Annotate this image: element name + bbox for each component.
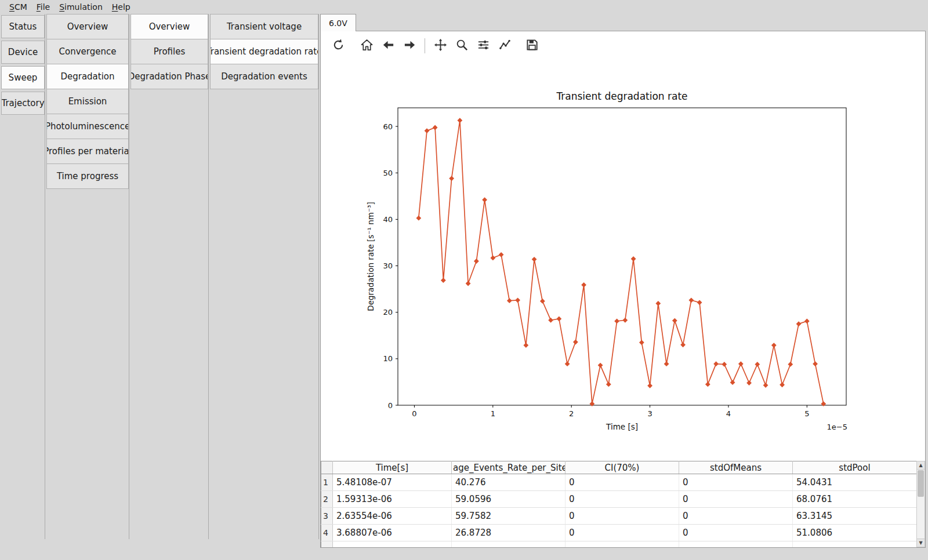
table-cell[interactable]: 0 bbox=[566, 525, 679, 541]
row-number: 3 bbox=[321, 508, 333, 525]
table-cell[interactable]: 5.48108e-07 bbox=[333, 474, 452, 491]
table-cell[interactable]: 0 bbox=[566, 508, 679, 525]
tab-overview[interactable]: Overview bbox=[130, 14, 208, 39]
table-cell[interactable]: 59.7582 bbox=[452, 508, 566, 525]
table-cell[interactable]: 2.63554e-06 bbox=[333, 508, 452, 525]
menu-scm[interactable]: SCM bbox=[5, 2, 32, 12]
save-icon bbox=[525, 38, 539, 54]
table-row: 15.48108e-0740.2760054.0431 bbox=[321, 474, 917, 491]
tab-trajectory[interactable]: Trajectory bbox=[1, 92, 45, 115]
table-cell[interactable]: 40.276 bbox=[452, 474, 566, 491]
subplots-button[interactable] bbox=[475, 38, 491, 54]
menu-file[interactable]: File bbox=[32, 2, 55, 12]
svg-text:5: 5 bbox=[804, 409, 809, 418]
table-cell[interactable]: 54.0431 bbox=[793, 474, 917, 491]
column-header-stdpool[interactable]: stdPool bbox=[793, 461, 917, 474]
svg-text:1e−5: 1e−5 bbox=[827, 423, 847, 431]
svg-text:3: 3 bbox=[647, 409, 652, 418]
zoom-icon bbox=[455, 38, 469, 54]
tab-overview[interactable]: Overview bbox=[46, 14, 129, 39]
svg-text:60: 60 bbox=[383, 122, 393, 131]
row-number: 2 bbox=[321, 491, 333, 508]
svg-text:4: 4 bbox=[726, 409, 731, 418]
tab-profiles-per-material[interactable]: Profiles per material bbox=[46, 139, 129, 164]
save-button[interactable] bbox=[524, 38, 540, 54]
home-icon bbox=[360, 38, 374, 54]
table-cell[interactable]: 0 bbox=[679, 491, 793, 508]
menu-help[interactable]: Help bbox=[107, 2, 135, 12]
tab-degradation[interactable]: Degradation bbox=[46, 64, 129, 89]
tab-emission[interactable]: Emission bbox=[46, 89, 129, 114]
tab-device[interactable]: Device bbox=[1, 41, 45, 64]
svg-text:50: 50 bbox=[383, 169, 393, 177]
column-header-age-events-rate-per-site-s[interactable]: age_Events_Rate_per_Site_[s bbox=[452, 461, 566, 474]
pan-icon bbox=[434, 38, 447, 54]
toolbar-separator bbox=[425, 38, 425, 53]
degradation-chart[interactable]: Transient degradation rate01234501020304… bbox=[321, 60, 925, 460]
table-cell[interactable]: 3.68807e-06 bbox=[333, 525, 452, 541]
table-scrollbar[interactable]: ▲ ▼ bbox=[916, 461, 925, 547]
tab-6-0v-label: 6.0V bbox=[329, 19, 347, 28]
table-cell[interactable]: 0 bbox=[566, 491, 679, 508]
home-button[interactable] bbox=[358, 38, 375, 54]
pan-button[interactable] bbox=[432, 38, 448, 54]
svg-text:1: 1 bbox=[491, 409, 495, 418]
tab-transient-voltage[interactable]: Transient voltage bbox=[210, 14, 318, 39]
tab-sweep[interactable]: Sweep bbox=[1, 66, 45, 89]
subplots-icon bbox=[477, 38, 490, 54]
scroll-up-icon[interactable]: ▲ bbox=[917, 461, 925, 470]
plot-settings-button[interactable] bbox=[496, 38, 513, 54]
row-number: 1 bbox=[321, 474, 333, 491]
svg-text:0: 0 bbox=[412, 409, 416, 418]
tab-degradation-events[interactable]: Degradation events bbox=[210, 64, 318, 89]
tab-profiles[interactable]: Profiles bbox=[130, 39, 208, 64]
table-cell[interactable]: 59.0596 bbox=[452, 491, 566, 508]
table-cell[interactable]: 0 bbox=[566, 474, 679, 491]
table-row-partial bbox=[321, 541, 917, 548]
svg-text:30: 30 bbox=[383, 261, 393, 270]
table-cell[interactable]: 1.59313e-06 bbox=[333, 491, 452, 508]
plot-toolbar bbox=[321, 31, 925, 60]
refresh-button[interactable] bbox=[330, 38, 346, 54]
table-header-row: Time[s]age_Events_Rate_per_Site_[sCI(70%… bbox=[321, 461, 917, 474]
row-number: 4 bbox=[321, 525, 333, 541]
table-corner-cell bbox=[321, 461, 333, 474]
back-button[interactable] bbox=[380, 38, 396, 54]
svg-text:Transient degradation rate: Transient degradation rate bbox=[556, 90, 687, 102]
svg-text:0: 0 bbox=[388, 401, 393, 410]
back-icon bbox=[382, 38, 395, 54]
table-cell[interactable]: 51.0806 bbox=[793, 525, 917, 541]
table-cell[interactable]: 63.3145 bbox=[793, 508, 917, 525]
tab-time-progress[interactable]: Time progress bbox=[46, 163, 129, 189]
tab-6-0v[interactable]: 6.0V bbox=[320, 14, 356, 31]
table-cell[interactable]: 68.0761 bbox=[793, 491, 917, 508]
table-cell[interactable]: 0 bbox=[679, 508, 793, 525]
forward-icon bbox=[403, 38, 416, 54]
column-header-time-s[interactable]: Time[s] bbox=[333, 461, 452, 474]
table-cell[interactable]: 0 bbox=[679, 474, 793, 491]
tab-degradation-phase[interactable]: Degradation Phase bbox=[130, 64, 208, 89]
svg-text:2: 2 bbox=[569, 409, 574, 418]
column-header-stdofmeans[interactable]: stdOfMeans bbox=[679, 461, 793, 474]
scroll-down-icon[interactable]: ▼ bbox=[917, 539, 925, 547]
svg-text:Degradation rate [s⁻¹ nm⁻³]: Degradation rate [s⁻¹ nm⁻³] bbox=[366, 202, 375, 311]
svg-text:20: 20 bbox=[383, 308, 393, 317]
menu-simulation[interactable]: Simulation bbox=[55, 2, 107, 12]
column-header-ci-70[interactable]: CI(70%) bbox=[566, 461, 679, 474]
table-row: 21.59313e-0659.05960068.0761 bbox=[321, 491, 917, 508]
app-window: SCMFileSimulationHelp StatusDeviceSweepT… bbox=[0, 0, 928, 560]
table-cell[interactable]: 0 bbox=[679, 525, 793, 541]
tab-photoluminescence[interactable]: Photoluminescence bbox=[46, 114, 129, 139]
main-panel: 6.0V Transient degradation rate012345010… bbox=[320, 14, 926, 548]
forward-button[interactable] bbox=[401, 38, 418, 54]
table-cell[interactable]: 26.8728 bbox=[452, 525, 566, 541]
tab-transient-degradation-rate[interactable]: Transient degradation rate bbox=[210, 39, 318, 64]
scrollbar-thumb[interactable] bbox=[918, 470, 924, 497]
table-row: 43.68807e-0626.87280051.0806 bbox=[321, 525, 917, 541]
tab-convergence[interactable]: Convergence bbox=[46, 39, 129, 64]
svg-text:40: 40 bbox=[383, 215, 393, 224]
zoom-button[interactable] bbox=[454, 38, 470, 54]
chart-canvas[interactable]: Transient degradation rate01234501020304… bbox=[321, 60, 925, 460]
tab-status[interactable]: Status bbox=[1, 15, 45, 38]
data-table: Time[s]age_Events_Rate_per_Site_[sCI(70%… bbox=[321, 461, 917, 547]
